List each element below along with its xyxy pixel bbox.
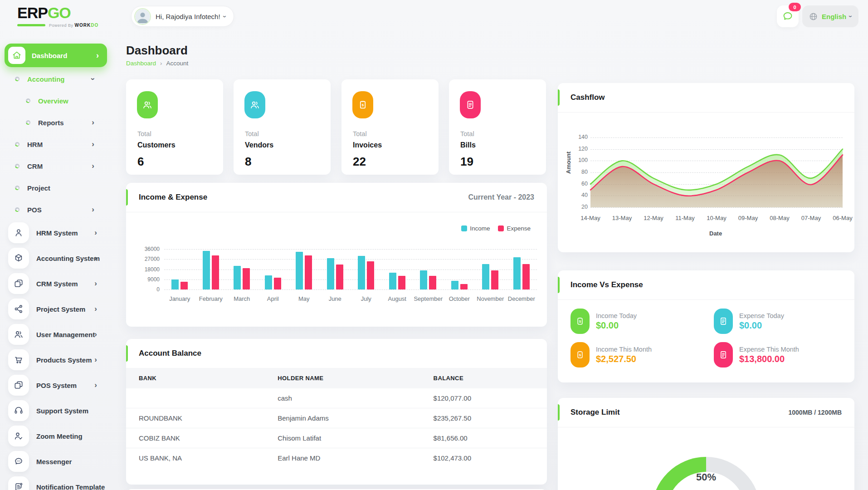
bar-income[interactable] xyxy=(420,270,427,289)
sidebar-item-hrm-system[interactable]: HRM System› xyxy=(0,220,112,245)
breadcrumb-home-link[interactable]: Dashboard xyxy=(126,60,156,67)
sidebar-item-accounting[interactable]: Accounting› xyxy=(0,68,112,90)
x-axis-tick: 13-May xyxy=(608,215,637,221)
sidebar-item-pos-system[interactable]: POS System› xyxy=(0,372,112,398)
users-icon xyxy=(137,91,158,118)
panel-header: Storage Limit 1000MB / 1200MB xyxy=(558,398,854,427)
notification-badge: 0 xyxy=(789,3,801,11)
bar-group xyxy=(475,249,506,289)
sidebar-item-reports[interactable]: Reports› xyxy=(0,112,112,133)
x-axis-tick: 14-May xyxy=(576,215,605,221)
table-row[interactable]: ROUNDBANKBenjamin Adams$235,267.50 xyxy=(126,408,547,428)
y-axis-tick: 120 xyxy=(573,146,588,152)
bar-income[interactable] xyxy=(389,273,396,289)
table-cell: US BANK, NA xyxy=(126,448,265,468)
chevron-right-icon: › xyxy=(92,140,94,149)
bar-group xyxy=(164,249,195,289)
sidebar-item-notification-template[interactable]: Notification Template xyxy=(0,474,112,490)
gridline xyxy=(164,289,537,290)
bar-expense[interactable] xyxy=(460,284,468,289)
brand-logo[interactable]: ERPGO Powered By WORKDO xyxy=(17,4,99,28)
sidebar-item-label: POS System xyxy=(36,382,77,389)
breadcrumb: Dashboard › Account xyxy=(126,60,188,67)
stat-prefix: Total xyxy=(137,130,151,137)
sidebar-item-project-system[interactable]: Project System› xyxy=(0,296,112,322)
window-icon xyxy=(8,375,29,396)
chevron-right-icon: › xyxy=(94,254,97,263)
bar-expense[interactable] xyxy=(274,278,281,289)
chevron-right-icon: › xyxy=(96,51,99,60)
panel-accent-bar xyxy=(558,404,560,421)
bar-expense[interactable] xyxy=(491,270,498,289)
metric-label: Expense Today xyxy=(739,312,784,319)
stat-value: 8 xyxy=(245,155,251,169)
table-row[interactable]: cash$120,077.00 xyxy=(126,388,547,408)
y-axis-tick: 100 xyxy=(573,157,588,163)
bar-income[interactable] xyxy=(358,256,365,289)
x-axis-tick: 06-May xyxy=(828,215,857,221)
bar-expense[interactable] xyxy=(336,265,343,289)
bar-income[interactable] xyxy=(451,281,458,289)
bar-income[interactable] xyxy=(234,266,241,289)
sidebar-item-label: HRM System xyxy=(36,229,78,237)
page-title: Dashboard xyxy=(126,44,188,58)
bar-expense[interactable] xyxy=(429,276,436,289)
bar-expense[interactable] xyxy=(398,276,405,289)
sidebar-item-dashboard[interactable]: Dashboard › xyxy=(5,44,107,67)
y-axis-tick: 0 xyxy=(134,286,160,293)
x-axis-tick: 11-May xyxy=(671,215,700,221)
table-row[interactable]: COBIZ BANKChisom Latifat$81,656.00 xyxy=(126,428,547,448)
sidebar-item-user-management[interactable]: User Management› xyxy=(0,322,112,347)
chevron-right-icon: › xyxy=(94,228,97,237)
income-expense-panel: Income & Expense Current Year - 2023 Inc… xyxy=(126,183,547,327)
bar-group xyxy=(413,249,444,289)
cashflow-svg xyxy=(590,137,843,207)
metric-label: Income This Month xyxy=(596,346,652,353)
sidebar-item-accounting-system[interactable]: Accounting System› xyxy=(0,245,112,271)
sidebar-item-project[interactable]: Project xyxy=(0,177,112,199)
bar-income[interactable] xyxy=(203,251,210,289)
invoice-icon: $ xyxy=(571,342,590,368)
bar-income[interactable] xyxy=(296,252,303,289)
stat-value: 6 xyxy=(137,155,144,169)
bar-income[interactable] xyxy=(482,264,489,289)
bar-expense[interactable] xyxy=(243,268,250,289)
sidebar-item-overview[interactable]: Overview xyxy=(0,90,112,112)
x-axis-tick: January xyxy=(164,295,195,302)
y-axis-tick: 27000 xyxy=(134,256,160,262)
cube-icon xyxy=(8,248,29,269)
sidebar-item-support-system[interactable]: Support System xyxy=(0,398,112,423)
table-cell xyxy=(126,388,265,408)
x-axis-tick: July xyxy=(351,295,382,302)
storage-percent-label: 50% xyxy=(652,471,761,483)
messages-button[interactable]: 0 xyxy=(777,5,799,27)
stat-card-bills: Total Bills 19 xyxy=(449,79,546,175)
bar-expense[interactable] xyxy=(522,264,530,289)
sidebar-item-products-system[interactable]: Products System› xyxy=(0,347,112,372)
legend-item[interactable]: Income xyxy=(461,225,490,232)
users-icon xyxy=(8,324,29,345)
sidebar-item-hrm[interactable]: HRM› xyxy=(0,133,112,155)
person-icon xyxy=(8,222,29,243)
x-axis-tick: May xyxy=(288,295,320,302)
bar-expense[interactable] xyxy=(212,255,219,289)
bar-income[interactable] xyxy=(265,275,272,289)
share-icon xyxy=(8,299,29,319)
sidebar-item-pos[interactable]: POS› xyxy=(0,199,112,220)
sidebar-item-messenger[interactable]: Messenger xyxy=(0,449,112,474)
user-menu-button[interactable]: Hi, Rajodiya Infotech! › xyxy=(131,6,234,27)
bar-expense[interactable] xyxy=(305,255,312,289)
bar-income[interactable] xyxy=(171,279,179,289)
sidebar-item-crm-system[interactable]: CRM System› xyxy=(0,271,112,296)
sidebar-item-crm[interactable]: CRM› xyxy=(0,155,112,177)
bar-expense[interactable] xyxy=(180,282,188,289)
breadcrumb-current: Account xyxy=(166,60,188,67)
sidebar-item-zoom-meeting[interactable]: Zoom Meeting xyxy=(0,423,112,449)
legend-item[interactable]: Expense xyxy=(498,225,531,232)
bar-expense[interactable] xyxy=(367,261,374,289)
panel-accent-bar xyxy=(126,345,128,362)
bar-income[interactable] xyxy=(513,257,521,289)
bar-income[interactable] xyxy=(327,258,334,289)
language-selector[interactable]: English › xyxy=(802,5,858,27)
table-row[interactable]: US BANK, NAEarl Hane MD$102,473.00 xyxy=(126,448,547,468)
